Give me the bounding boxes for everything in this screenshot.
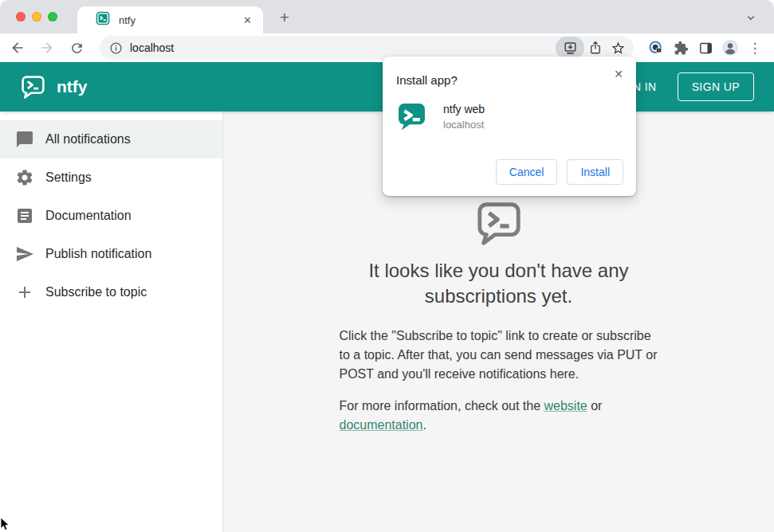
dialog-app-row: ntfy web localhost [396,101,623,132]
install-button[interactable]: Install [567,159,623,185]
browser-menu-button[interactable]: ⋮ [744,37,766,59]
documentation-link[interactable]: documentation [340,418,423,432]
brand-title: ntfy [57,77,88,96]
side-panel-icon [698,41,713,56]
dialog-close-button[interactable]: ✕ [611,66,627,82]
dialog-actions: Cancel Install [496,159,623,185]
browser-window: ntfy ✕ + localhost [0,0,774,532]
empty-state-heading: It looks like you don't have any subscri… [340,258,658,309]
new-tab-button[interactable]: + [274,7,295,28]
lock-circle-extension-icon [648,40,664,56]
avatar-icon [721,39,739,57]
tab-search-chevron-button[interactable] [744,10,758,25]
tab-title: ntfy [119,14,240,26]
sidebar: All notifications Settings Documentation… [0,111,223,532]
tab-close-button[interactable]: ✕ [240,13,255,28]
sidebar-item-label: Documentation [45,209,132,223]
site-info-icon[interactable] [109,41,123,55]
chat-bubble-icon [15,130,34,149]
dialog-title: Install app? [396,73,623,87]
reload-button[interactable] [65,37,88,59]
sidebar-item-subscribe-to-topic[interactable]: Subscribe to topic [0,273,222,311]
links-paragraph-suffix: . [422,418,426,432]
chevron-down-icon [744,10,758,25]
back-button[interactable] [6,37,29,59]
sidebar-item-label: Publish notification [45,247,151,261]
reload-icon [69,41,84,56]
gear-icon [15,168,34,187]
plus-icon [15,283,34,302]
sidebar-item-settings[interactable]: Settings [0,158,222,197]
sidebar-item-publish-notification[interactable]: Publish notification [0,235,222,273]
traffic-lights [16,12,57,22]
forward-arrow-icon [39,40,55,56]
sidebar-item-all-notifications[interactable]: All notifications [0,120,222,158]
url-text[interactable]: localhost [130,41,556,54]
empty-state-paragraph: Click the "Subscribe to topic" link to c… [340,327,658,384]
minimize-window-button[interactable] [32,12,41,22]
sidebar-item-label: Settings [45,170,92,185]
bookmark-button[interactable] [607,37,629,59]
browser-titlebar: ntfy ✕ + [0,0,774,33]
article-icon [15,206,34,225]
profile-button[interactable] [719,37,741,59]
website-link[interactable]: website [544,399,587,413]
browser-tab-ntfy[interactable]: ntfy ✕ [77,6,263,33]
privacy-extension-button[interactable] [645,37,667,59]
zoom-window-button[interactable] [48,12,57,22]
side-panel-button[interactable] [694,37,717,59]
extensions-button[interactable] [670,37,692,59]
tab-favicon-icon [95,10,111,29]
links-paragraph-prefix: For more information, check out the [340,399,544,413]
install-app-dialog: Install app? ✕ ntfy web localhost Cancel… [383,57,636,196]
links-paragraph-mid: or [587,399,603,413]
mouse-cursor [0,518,10,531]
cancel-button[interactable]: Cancel [496,159,558,185]
ntfy-logo-large-icon [474,199,524,248]
ntfy-logo-icon [20,74,46,100]
ntfy-app-icon [396,101,427,132]
install-app-button[interactable] [556,37,584,59]
sign-up-button[interactable]: SIGN UP [678,72,754,101]
share-icon [588,41,603,55]
forward-button[interactable] [36,37,58,59]
sidebar-item-documentation[interactable]: Documentation [0,197,222,235]
install-icon [563,41,578,56]
send-icon [15,244,34,264]
dialog-app-name: ntfy web [443,103,485,115]
sidebar-item-label: All notifications [45,132,131,147]
close-window-button[interactable] [16,12,26,22]
back-arrow-icon [10,40,26,56]
star-icon [611,41,626,56]
puzzle-icon [674,41,689,56]
sidebar-item-label: Subscribe to topic [45,285,147,299]
share-button[interactable] [584,37,607,59]
dialog-app-origin: localhost [443,119,485,131]
empty-state-links-paragraph: For more information, check out the webs… [340,397,658,435]
